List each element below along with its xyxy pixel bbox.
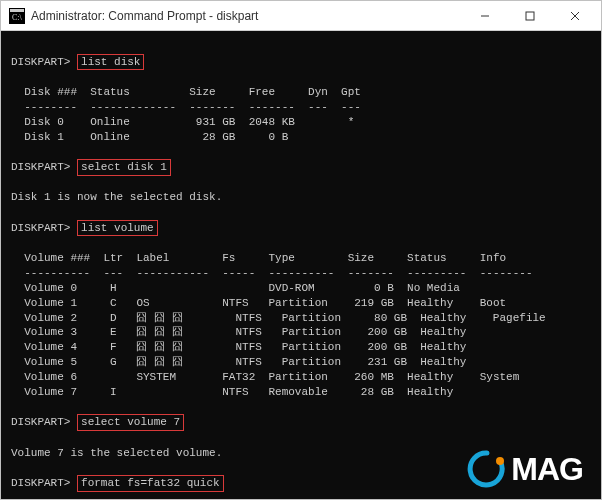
disk-row: Disk 0 Online 931 GB 2048 KB *: [11, 116, 354, 128]
message-volume-selected: Volume 7 is the selected volume.: [11, 447, 222, 459]
command-list-disk: list disk: [77, 54, 144, 70]
disk-table-header: Disk ### Status Size Free Dyn Gpt: [11, 86, 361, 98]
volume-row: Volume 7 I NTFS Removable 28 GB Healthy: [11, 386, 453, 398]
volume-row: Volume 0 H DVD-ROM 0 B No Media: [11, 282, 460, 294]
command-select-volume: select volume 7: [77, 414, 184, 430]
command-select-disk: select disk 1: [77, 159, 171, 175]
volume-row: Volume 1 C OS NTFS Partition 219 GB Heal…: [11, 297, 506, 309]
message-disk-selected: Disk 1 is now the selected disk.: [11, 191, 222, 203]
prompt: DISKPART>: [11, 477, 70, 489]
prompt: DISKPART>: [11, 222, 70, 234]
close-button[interactable]: [552, 1, 597, 31]
svg-point-7: [496, 457, 504, 465]
titlebar: C:\ Administrator: Command Prompt - disk…: [1, 1, 601, 31]
command-list-volume: list volume: [77, 220, 158, 236]
volume-row: Volume 2 D 囧 囧 囧 NTFS Partition 80 GB He…: [11, 312, 546, 324]
volume-table-divider: ---------- --- ----------- ----- -------…: [11, 267, 533, 279]
logo-icon: [467, 449, 507, 489]
volume-row: Volume 5 G 囧 囧 囧 NTFS Partition 231 GB H…: [11, 356, 466, 368]
disk-table-divider: -------- ------------- ------- ------- -…: [11, 101, 361, 113]
command-format: format fs=fat32 quick: [77, 475, 224, 491]
window-title: Administrator: Command Prompt - diskpart: [31, 9, 462, 23]
svg-rect-4: [526, 12, 534, 20]
svg-rect-1: [10, 9, 24, 12]
prompt: DISKPART>: [11, 161, 70, 173]
volume-row: Volume 4 F 囧 囧 囧 NTFS Partition 200 GB H…: [11, 341, 466, 353]
maximize-button[interactable]: [507, 1, 552, 31]
minimize-button[interactable]: [462, 1, 507, 31]
watermark-logo: MAG: [467, 448, 583, 491]
terminal-output[interactable]: DISKPART> list disk Disk ### Status Size…: [1, 31, 601, 499]
cmd-icon: C:\: [9, 8, 25, 24]
svg-text:C:\: C:\: [12, 13, 23, 22]
volume-row: Volume 6 SYSTEM FAT32 Partition 260 MB H…: [11, 371, 519, 383]
volume-table-header: Volume ### Ltr Label Fs Type Size Status…: [11, 252, 506, 264]
volume-row: Volume 3 E 囧 囧 囧 NTFS Partition 200 GB H…: [11, 326, 466, 338]
prompt: DISKPART>: [11, 416, 70, 428]
logo-text: MAG: [511, 448, 583, 491]
prompt: DISKPART>: [11, 56, 70, 68]
disk-row: Disk 1 Online 28 GB 0 B: [11, 131, 288, 143]
